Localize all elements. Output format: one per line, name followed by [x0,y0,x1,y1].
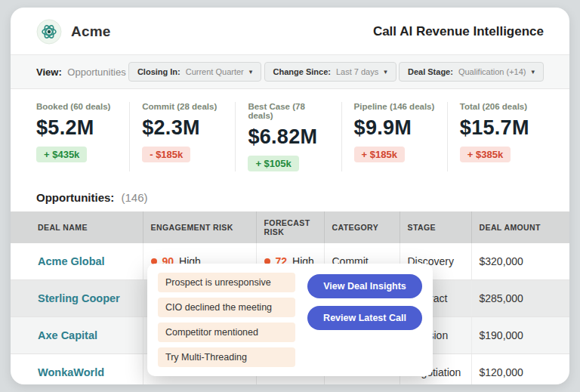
table-header-row: DEAL NAME ENGAGEMENT RISK FORECAST RISK … [11,211,569,243]
deal-amount-cell: $120,000 [471,354,569,385]
kpi-best-case: Best Case (78 deals) $6.82M + $105k [248,102,341,171]
kpi-label: Booked (60 deals) [36,102,120,111]
header: Acme Call AI Revenue Intelligence [11,8,569,54]
kpi-label: Total (206 deals) [460,102,544,111]
kpi-value: $6.82M [248,125,332,149]
col-header-category: CATEGORY [324,211,400,243]
kpi-delta-badge: + $435k [36,147,87,162]
kpi-label: Pipeline (146 deals) [354,102,438,111]
kpi-value: $2.3M [142,116,226,140]
deal-name-link[interactable]: Axe Capital [38,329,97,341]
dropdown-value: Qualification (+14) [458,67,526,76]
deal-amount-cell: $190,000 [471,317,569,354]
risk-reason-item: Competitor mentioned [158,323,295,342]
col-header-deal-name: DEAL NAME [11,211,143,243]
kpi-delta-badge: - $185k [142,147,190,162]
kpi-value: $5.2M [36,116,120,140]
kpi-delta-badge: + $105k [248,156,298,171]
deal-name-link[interactable]: WonkaWorld [38,366,104,378]
view-value: Opportunities [67,66,125,78]
chevron-down-icon: ▾ [249,69,253,76]
app-title: Call AI Revenue Intelligence [373,24,544,39]
deal-name-link[interactable]: Sterling Cooper [38,292,120,304]
deal-amount-cell: $320,000 [471,243,569,280]
popup-actions: View Deal Insights Review Latest Call [307,273,422,367]
dropdown-deal-stage[interactable]: Deal Stage: Qualification (+14) ▾ [399,62,544,82]
view-selector: View: Opportunities [36,66,126,78]
col-header-deal-amount: DEAL AMOUNT [471,211,569,243]
dashboard-card: Acme Call AI Revenue Intelligence View: … [11,8,569,384]
kpi-commit: Commit (28 deals) $2.3M - $185k [142,102,236,171]
heading-count: (146) [122,191,148,204]
filter-bar: View: Opportunities Closing In: Current … [11,54,569,89]
review-latest-call-button[interactable]: Review Latest Call [307,306,422,330]
risk-reason-item: CIO declined the meeting [158,298,295,317]
dropdown-label: Deal Stage: [408,67,453,76]
dropdown-label: Closing In: [137,67,180,76]
kpi-label: Best Case (78 deals) [248,102,332,120]
col-header-stage: STAGE [400,211,471,243]
col-header-forecast-risk: FORECAST RISK [256,211,324,243]
risk-reason-item: Try Multi-Threading [158,347,295,367]
dropdown-change-since[interactable]: Change Since: Last 7 days ▾ [264,62,396,82]
heading-label: Opportunities: [36,191,114,204]
view-deal-insights-button[interactable]: View Deal Insights [307,274,422,298]
kpi-label: Commit (28 deals) [142,102,226,111]
kpi-row: Booked (60 deals) $5.2M + $435k Commit (… [11,89,569,182]
kpi-delta-badge: + $185k [354,147,405,162]
col-header-engagement-risk: ENGAGEMENT RISK [143,211,256,243]
brand-group: Acme [36,19,111,45]
risk-reasons-list: Prospect is unresponsive CIO declined th… [158,273,295,367]
deal-name-cell: Sterling Cooper [11,280,143,317]
dropdown-closing-in[interactable]: Closing In: Current Quarter ▾ [128,62,261,82]
kpi-total: Total (206 deals) $15.7M + $385k [460,102,544,171]
dropdown-label: Change Since: [273,67,331,76]
deal-name-cell: Acme Global [11,243,143,280]
deal-amount-cell: $285,000 [471,280,569,317]
chevron-down-icon: ▾ [384,69,387,76]
dropdown-value: Last 7 days [336,67,378,76]
deal-name-link[interactable]: Acme Global [38,255,105,267]
opportunities-heading: Opportunities: (146) [11,182,569,211]
deal-name-cell: WonkaWorld [11,354,143,385]
risk-insights-popup: Prospect is unresponsive CIO declined th… [147,264,433,376]
deal-name-cell: Axe Capital [11,317,143,354]
risk-reason-item: Prospect is unresponsive [158,273,295,292]
brand-name: Acme [71,23,111,40]
kpi-booked: Booked (60 deals) $5.2M + $435k [36,102,130,171]
view-label: View: [36,66,62,78]
kpi-pipeline: Pipeline (146 deals) $9.9M + $185k [354,102,448,171]
kpi-delta-badge: + $385k [460,147,511,162]
kpi-value: $15.7M [460,116,544,140]
acme-logo-icon [36,19,62,45]
chevron-down-icon: ▾ [531,69,535,76]
dropdown-value: Current Quarter [186,67,244,76]
kpi-value: $9.9M [354,116,438,140]
